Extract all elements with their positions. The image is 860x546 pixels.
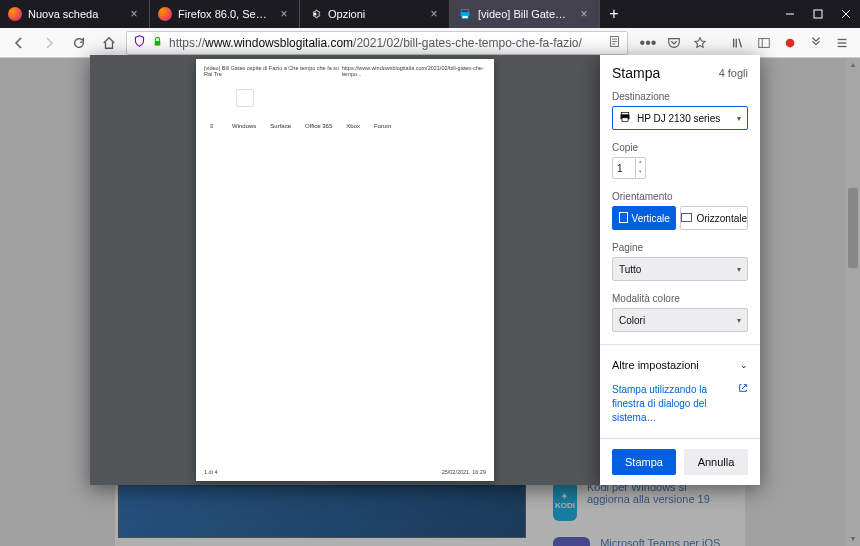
svg-rect-2 — [462, 16, 468, 19]
close-icon[interactable]: × — [277, 7, 291, 21]
preview-page: [video] Bill Gates ospite di Fazio a Che… — [196, 59, 494, 481]
library-button[interactable] — [726, 30, 750, 56]
preview-nav: ≡ Windows Surface Office 365 Xbox Forum — [210, 123, 480, 129]
print-title: Stampa — [612, 65, 660, 81]
svg-rect-21 — [621, 113, 629, 115]
nav-item: Office 365 — [305, 123, 332, 129]
overflow-button[interactable] — [804, 30, 828, 56]
spin-up[interactable]: ▴ — [636, 158, 645, 168]
back-button[interactable] — [6, 30, 32, 56]
preview-datetime: 25/02/2021, 16:29 — [442, 469, 486, 475]
bookmark-button[interactable] — [688, 30, 712, 56]
destination-value: HP DJ 2130 series — [637, 113, 720, 124]
tab-label: Nuova scheda — [28, 8, 121, 20]
pages-label: Pagine — [612, 242, 748, 253]
minimize-button[interactable] — [776, 0, 804, 28]
chevron-down-icon: ▾ — [737, 114, 741, 123]
copies-label: Copie — [612, 142, 748, 153]
system-dialog-link[interactable]: Stampa utilizzando la finestra di dialog… — [612, 383, 748, 425]
cancel-button[interactable]: Annulla — [684, 449, 748, 475]
page-actions-button[interactable]: ••• — [636, 30, 660, 56]
menu-button[interactable] — [830, 30, 854, 56]
titlebar: Nuova scheda × Firefox 86.0, See All New… — [0, 0, 860, 28]
external-link-icon — [738, 383, 748, 397]
color-value: Colori — [619, 315, 645, 326]
destination-select[interactable]: HP DJ 2130 series ▾ — [612, 106, 748, 130]
svg-rect-7 — [155, 40, 161, 45]
extension-button[interactable] — [778, 30, 802, 56]
toolbar: https://www.windowsblogitalia.com/2021/0… — [0, 28, 860, 58]
pages-select[interactable]: Tutto ▾ — [612, 257, 748, 281]
pocket-button[interactable] — [662, 30, 686, 56]
url-bar[interactable]: https://www.windowsblogitalia.com/2021/0… — [126, 31, 628, 55]
svg-rect-0 — [461, 10, 469, 13]
reload-button[interactable] — [66, 30, 92, 56]
gear-icon — [308, 7, 322, 21]
printer-icon — [619, 111, 631, 125]
print-icon — [458, 7, 472, 21]
close-window-button[interactable] — [832, 0, 860, 28]
svg-rect-25 — [682, 213, 692, 221]
sidebar-button[interactable] — [752, 30, 776, 56]
tab-label: [video] Bill Gates ospite di Fa — [478, 8, 571, 20]
svg-rect-24 — [619, 212, 627, 222]
chevron-down-icon: ▾ — [737, 265, 741, 274]
close-icon[interactable]: × — [577, 7, 591, 21]
preview-header-title: [video] Bill Gates ospite di Fazio a Che… — [204, 65, 342, 77]
print-preview-pane: [video] Bill Gates ospite di Fazio a Che… — [90, 55, 600, 485]
forward-button[interactable] — [36, 30, 62, 56]
firefox-icon — [158, 7, 172, 21]
new-tab-button[interactable]: + — [600, 0, 628, 28]
lock-icon[interactable] — [152, 36, 163, 50]
svg-rect-15 — [759, 38, 770, 47]
tab-label: Opzioni — [328, 8, 421, 20]
sheet-count: 4 fogli — [719, 67, 748, 79]
nav-item: Xbox — [346, 123, 360, 129]
chevron-down-icon: ⌄ — [740, 360, 748, 370]
tab-video-billgates[interactable]: [video] Bill Gates ospite di Fa × — [450, 0, 600, 28]
tab-new[interactable]: Nuova scheda × — [0, 0, 150, 28]
nav-item: Windows — [232, 123, 256, 129]
more-settings-toggle[interactable]: Altre impostazioni ⌄ — [612, 355, 748, 375]
chevron-down-icon: ▾ — [737, 316, 741, 325]
pages-value: Tutto — [619, 264, 641, 275]
site-logo — [236, 89, 254, 107]
orientation-label: Orientamento — [612, 191, 748, 202]
copies-value: 1 — [617, 163, 623, 174]
svg-point-17 — [786, 38, 795, 47]
svg-rect-23 — [622, 118, 628, 122]
nav-item: Surface — [270, 123, 291, 129]
preview-page-counter: 1 di 4 — [204, 469, 217, 475]
hamburger-icon: ≡ — [210, 123, 218, 129]
destination-label: Destinazione — [612, 91, 748, 102]
copies-input[interactable]: 1 ▴▾ — [612, 157, 646, 179]
preview-header-url: https://www.windowsblogitalia.com/2021/0… — [342, 65, 486, 77]
print-button[interactable]: Stampa — [612, 449, 676, 475]
spin-down[interactable]: ▾ — [636, 168, 645, 178]
page-portrait-icon — [619, 212, 628, 225]
svg-line-14 — [739, 38, 742, 47]
nav-item: Forum — [374, 123, 391, 129]
orientation-portrait[interactable]: Verticale — [612, 206, 676, 230]
maximize-button[interactable] — [804, 0, 832, 28]
url-text: https://www.windowsblogitalia.com/2021/0… — [169, 36, 602, 50]
color-label: Modalità colore — [612, 293, 748, 304]
tab-label: Firefox 86.0, See All New Feat — [178, 8, 271, 20]
tab-firefox-release[interactable]: Firefox 86.0, See All New Feat × — [150, 0, 300, 28]
shield-icon[interactable] — [133, 35, 146, 51]
orientation-landscape[interactable]: Orizzontale — [680, 206, 748, 230]
page-landscape-icon — [681, 213, 692, 224]
reader-icon[interactable] — [608, 35, 621, 51]
home-button[interactable] — [96, 30, 122, 56]
close-icon[interactable]: × — [127, 7, 141, 21]
svg-rect-4 — [814, 10, 822, 18]
tab-options[interactable]: Opzioni × — [300, 0, 450, 28]
close-icon[interactable]: × — [427, 7, 441, 21]
firefox-icon — [8, 7, 22, 21]
print-dialog: Stampa 4 fogli Destinazione HP DJ 2130 s… — [600, 55, 760, 485]
color-select[interactable]: Colori ▾ — [612, 308, 748, 332]
